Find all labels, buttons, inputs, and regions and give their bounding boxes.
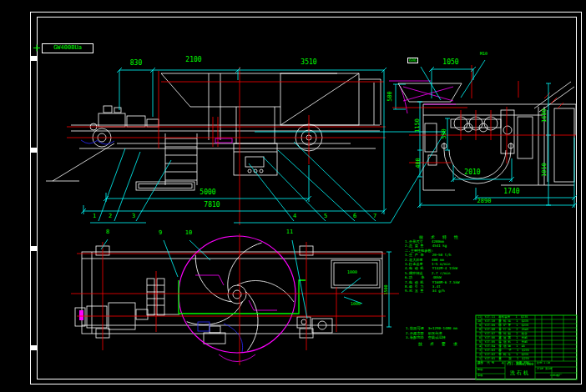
plan-frame	[82, 252, 382, 334]
label-606: 606	[407, 58, 418, 63]
dim-5000: 5000	[194, 189, 221, 196]
label-m10: M10	[480, 52, 487, 56]
dim-1050-top: 1050	[437, 59, 464, 66]
right-column	[359, 79, 381, 125]
main-frame	[71, 125, 380, 148]
border-tick	[31, 246, 37, 251]
balloon-3: 3	[129, 214, 138, 219]
spec-row: 9.耗 水 量 34 g/h	[405, 289, 488, 293]
dim-400: 400	[416, 152, 422, 175]
dim-2890: 2890	[471, 199, 498, 204]
crosshair-cursor-icon	[33, 45, 40, 52]
balloon-6: 6	[351, 214, 359, 219]
front-view	[46, 67, 445, 225]
scale-field: 比例 1:10	[537, 362, 550, 364]
dim-2100: 2100	[180, 57, 207, 63]
balloon-9: 9	[155, 230, 165, 236]
dim-830: 830	[125, 60, 147, 67]
balloon-10: 10	[184, 230, 194, 236]
dim-3510: 3510	[296, 59, 322, 66]
side-view-body	[398, 82, 576, 190]
layer-label[interactable]: GW400BUa	[43, 45, 92, 51]
plan-view-centerlines	[71, 234, 399, 365]
balloon-2: 2	[106, 214, 114, 219]
balloon-11: 11	[285, 229, 295, 235]
dim-1050-right: 1050	[542, 157, 548, 183]
dim-2010: 2010	[459, 169, 486, 176]
dim-1680: 1680	[542, 103, 548, 129]
sign-row-design: 设计	[477, 363, 482, 365]
dim-1740: 1740	[498, 188, 525, 195]
company-name: ××机械厂	[536, 374, 576, 378]
product-name: 洗石机	[506, 370, 534, 375]
front-view-details	[215, 86, 407, 143]
border-tick	[31, 148, 37, 153]
dim-500: 500	[387, 87, 393, 107]
notes-title: 技 术 要 求	[406, 341, 472, 346]
leaf-springs	[81, 140, 114, 144]
highlighted-part	[179, 280, 306, 314]
balloon-7: 7	[371, 214, 379, 219]
border-tick	[31, 56, 37, 61]
plan-view	[71, 234, 399, 365]
label-1000-upper: 1000	[347, 270, 357, 274]
ladder	[165, 133, 197, 185]
sign-row-draw: 制图	[477, 369, 482, 371]
label-1000-lower: 1000	[351, 302, 361, 306]
front-view-centerlines	[67, 67, 386, 225]
balloon-5: 5	[321, 214, 330, 219]
sheet-count-field: 共1张 第1张	[537, 368, 553, 370]
dim-590: 590	[442, 123, 447, 146]
dim-7810: 7810	[199, 202, 225, 209]
plan-view-drum	[79, 236, 296, 362]
balloon-4: 4	[290, 214, 299, 219]
drawing-number: YJT-3000/400	[506, 363, 534, 367]
feed-hopper	[398, 83, 462, 102]
balloon-8: 8	[103, 229, 113, 235]
parts-list: 11 YJT-11 出料装置 1 Q235 10 YJT-10 拨 料 轮 1 …	[476, 315, 577, 365]
balloon-1: 1	[90, 214, 99, 219]
sign-row-check: 审核	[477, 374, 482, 377]
support-brace	[46, 143, 114, 181]
cad-canvas[interactable]: GW400BUa 830 2100 3510 5000 7810 500 1 2…	[0, 0, 586, 392]
tank-brace	[280, 73, 359, 125]
dim-1150: 1150	[415, 113, 421, 139]
dim-1500: 1500	[384, 279, 388, 302]
spec-table: 技 术 特 性 1.外形尺寸 4200mm 2.总 重 量 4541 kg 二.…	[405, 234, 488, 294]
hopper-left-slope	[161, 73, 280, 107]
border-tick	[31, 345, 37, 350]
